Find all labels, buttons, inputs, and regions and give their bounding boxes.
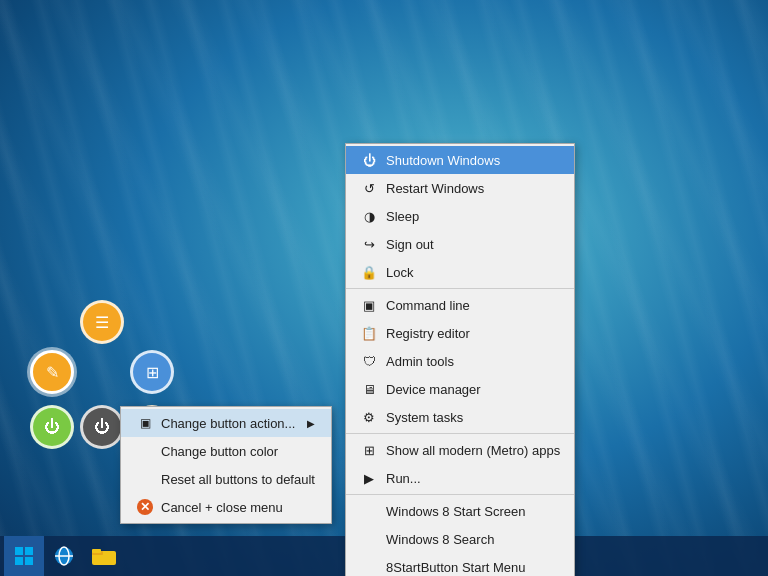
lock-item[interactable]: 🔒 Lock xyxy=(346,258,574,286)
context-menu: ▣ Change button action... ▶ Change butto… xyxy=(120,406,332,524)
sleep-icon: ◑ xyxy=(360,207,378,225)
admin-tools-label: Admin tools xyxy=(386,354,454,369)
sep-1 xyxy=(346,288,574,289)
restart-icon: ↺ xyxy=(360,179,378,197)
win8-search-label: Windows 8 Search xyxy=(386,532,494,547)
edit-button[interactable]: ✎ xyxy=(30,350,74,394)
registry-editor-item[interactable]: 📋 Registry editor xyxy=(346,319,574,347)
desktop: ☰ ⊞ ✎ ⏻ ⏻ ☰ ▣ Change button action... ▶ xyxy=(0,0,768,576)
green-power-button[interactable]: ⏻ xyxy=(30,405,74,449)
sleep-label: Sleep xyxy=(386,209,419,224)
run-icon: ▶ xyxy=(360,469,378,487)
command-line-label: Command line xyxy=(386,298,470,313)
8startbutton-icon xyxy=(360,558,378,576)
restart-windows-item[interactable]: ↺ Restart Windows xyxy=(346,174,574,202)
device-manager-item[interactable]: 🖥 Device manager xyxy=(346,375,574,403)
sep-2 xyxy=(346,433,574,434)
run-item[interactable]: ▶ Run... xyxy=(346,464,574,492)
sleep-item[interactable]: ◑ Sleep xyxy=(346,202,574,230)
power-button[interactable]: ⏻ xyxy=(80,405,124,449)
win8-search-item[interactable]: Windows 8 Search xyxy=(346,525,574,553)
win8-start-icon xyxy=(360,502,378,520)
system-tasks-label: System tasks xyxy=(386,410,463,425)
apps-button[interactable]: ☰ xyxy=(80,300,124,344)
8startbutton-label: 8StartButton Start Menu xyxy=(386,560,525,575)
lock-icon: 🔒 xyxy=(360,263,378,281)
reset-icon xyxy=(137,471,153,487)
command-line-icon: ▣ xyxy=(360,296,378,314)
ie-logo-icon xyxy=(52,544,76,568)
svg-rect-3 xyxy=(25,557,33,565)
cancel-close-label: Cancel + close menu xyxy=(161,500,283,515)
run-label: Run... xyxy=(386,471,421,486)
system-tasks-item[interactable]: ⚙ System tasks xyxy=(346,403,574,431)
start-button[interactable] xyxy=(4,536,44,576)
show-metro-label: Show all modern (Metro) apps xyxy=(386,443,560,458)
lock-label: Lock xyxy=(386,265,413,280)
grid-button[interactable]: ⊞ xyxy=(130,350,174,394)
show-metro-apps-item[interactable]: ⊞ Show all modern (Metro) apps xyxy=(346,436,574,464)
restart-windows-label: Restart Windows xyxy=(386,181,484,196)
cancel-close-item[interactable]: ✕ Cancel + close menu xyxy=(121,493,331,521)
metro-icon: ⊞ xyxy=(360,441,378,459)
change-action-icon: ▣ xyxy=(137,415,153,431)
ie-icon[interactable] xyxy=(46,538,82,574)
change-button-action-item[interactable]: ▣ Change button action... ▶ xyxy=(121,409,331,437)
sign-out-label: Sign out xyxy=(386,237,434,252)
svg-rect-1 xyxy=(25,547,33,555)
svg-rect-0 xyxy=(15,547,23,555)
admin-tools-item[interactable]: 🛡 Admin tools xyxy=(346,347,574,375)
device-manager-icon: 🖥 xyxy=(360,380,378,398)
sign-out-icon: ↪ xyxy=(360,235,378,253)
admin-icon: 🛡 xyxy=(360,352,378,370)
registry-icon: 📋 xyxy=(360,324,378,342)
registry-editor-label: Registry editor xyxy=(386,326,470,341)
shutdown-submenu: ⏻ Shutdown Windows ↺ Restart Windows ◑ S… xyxy=(345,143,575,576)
shutdown-windows-item[interactable]: ⏻ Shutdown Windows xyxy=(346,146,574,174)
reset-buttons-label: Reset all buttons to default xyxy=(161,472,315,487)
shutdown-icon: ⏻ xyxy=(360,151,378,169)
sign-out-item[interactable]: ↪ Sign out xyxy=(346,230,574,258)
svg-rect-9 xyxy=(92,549,101,553)
windows-logo-icon xyxy=(14,546,34,566)
win8-start-screen-item[interactable]: Windows 8 Start Screen xyxy=(346,497,574,525)
folder-icon xyxy=(92,546,116,566)
svg-rect-2 xyxy=(15,557,23,565)
context-menu-box: ▣ Change button action... ▶ Change butto… xyxy=(120,406,332,524)
8startbutton-menu-item[interactable]: 8StartButton Start Menu xyxy=(346,553,574,576)
command-line-item[interactable]: ▣ Command line xyxy=(346,291,574,319)
sep-3 xyxy=(346,494,574,495)
change-button-action-label: Change button action... xyxy=(161,416,295,431)
device-manager-label: Device manager xyxy=(386,382,481,397)
color-icon xyxy=(137,443,153,459)
cancel-icon: ✕ xyxy=(137,499,153,515)
reset-buttons-item[interactable]: Reset all buttons to default xyxy=(121,465,331,493)
submenu-arrow-icon: ▶ xyxy=(307,418,315,429)
shutdown-windows-label: Shutdown Windows xyxy=(386,153,500,168)
win8-start-screen-label: Windows 8 Start Screen xyxy=(386,504,525,519)
system-tasks-icon: ⚙ xyxy=(360,408,378,426)
change-button-color-item[interactable]: Change button color xyxy=(121,437,331,465)
file-explorer-taskbar-icon[interactable] xyxy=(86,538,122,574)
win8-search-icon xyxy=(360,530,378,548)
change-button-color-label: Change button color xyxy=(161,444,278,459)
